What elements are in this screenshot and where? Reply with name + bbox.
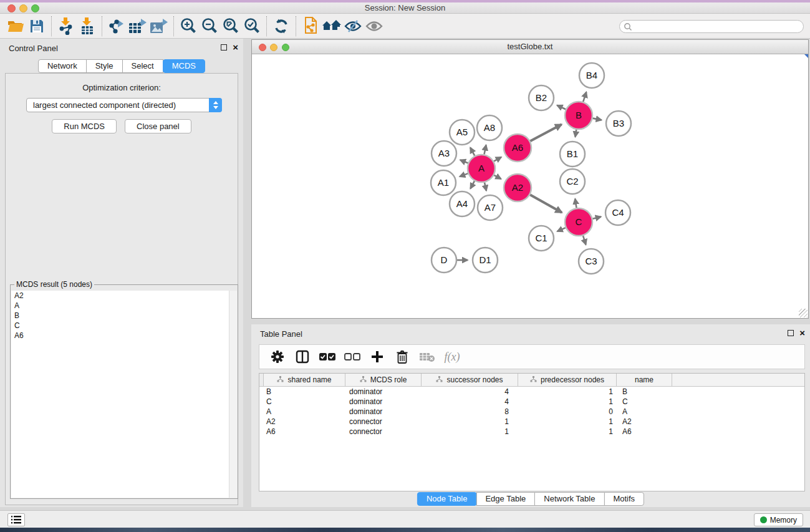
close-panel-button[interactable]: Close panel xyxy=(125,119,191,133)
edge-A-A8[interactable] xyxy=(485,145,486,155)
edge-B-B3[interactable] xyxy=(593,118,602,120)
edge-C-C4[interactable] xyxy=(592,217,600,219)
delete-column-button[interactable] xyxy=(394,349,410,365)
zoom-traffic-light[interactable] xyxy=(282,44,289,51)
resize-grip[interactable] xyxy=(799,309,808,317)
column-header-predecessor-nodes[interactable]: predecessor nodes xyxy=(518,374,617,386)
edge-A-A2[interactable] xyxy=(494,175,501,179)
column-type-icon xyxy=(530,375,537,384)
mcds-result-list[interactable]: A2ABCA6 xyxy=(11,291,237,498)
column-header-MCDS-role[interactable]: MCDS role xyxy=(345,374,422,386)
optimization-criterion-select[interactable]: largest connected component (directed) xyxy=(26,98,222,112)
edge-A-A5[interactable] xyxy=(470,148,475,156)
mcds-result-item[interactable]: A6 xyxy=(11,331,237,341)
mcds-result-item[interactable]: A2 xyxy=(11,291,237,301)
zoom-traffic-light[interactable] xyxy=(31,4,39,12)
function-builder-button[interactable]: f(x) xyxy=(444,349,460,365)
mcds-result-item[interactable]: B xyxy=(11,311,237,321)
tab-network[interactable]: Network xyxy=(38,59,87,73)
export-image-button[interactable] xyxy=(148,16,170,36)
save-session-button[interactable] xyxy=(26,16,47,36)
control-panel: Control Panel × NetworkStyleSelectMCDS O… xyxy=(0,39,243,507)
edge-A2-C[interactable] xyxy=(530,195,562,213)
eye-slash-button[interactable] xyxy=(342,16,364,36)
edge-B-B2[interactable] xyxy=(557,105,566,110)
tab-style[interactable]: Style xyxy=(86,59,123,73)
float-panel-icon[interactable] xyxy=(788,330,794,336)
table-cell: 1 xyxy=(518,387,617,397)
network-graph[interactable]: B4B2BB3A8A5A6A3B1AC2A1A2A4A7C4CC1DD1C3 xyxy=(252,54,808,318)
node-label-A8: A8 xyxy=(484,122,495,133)
zoom-fit-button[interactable] xyxy=(220,16,241,36)
column-header-name[interactable]: name xyxy=(617,374,672,386)
table-row[interactable]: A2connector11A2 xyxy=(259,417,804,427)
open-session-button[interactable] xyxy=(5,16,26,36)
edge-C-C3[interactable] xyxy=(583,236,586,244)
export-table-button[interactable] xyxy=(127,16,148,36)
import-table-button[interactable] xyxy=(77,16,98,36)
double-house-button[interactable] xyxy=(321,16,342,36)
zoom-out-button[interactable] xyxy=(199,16,220,36)
table-cell: A xyxy=(259,407,345,417)
add-column-button[interactable] xyxy=(369,349,385,365)
deselect-all-button[interactable] xyxy=(344,349,360,365)
table-cell: A2 xyxy=(617,417,672,427)
zoom-selected-button[interactable] xyxy=(241,16,263,36)
edge-A-A6[interactable] xyxy=(494,157,501,162)
mcds-result-item[interactable]: C xyxy=(11,321,237,331)
tab-motifs[interactable]: Motifs xyxy=(604,492,644,506)
table-cell: B xyxy=(617,387,672,397)
document-share-button[interactable] xyxy=(300,16,321,36)
column-header-successor-nodes[interactable]: successor nodes xyxy=(422,374,518,386)
tab-network-table[interactable]: Network Table xyxy=(534,492,604,506)
float-panel-icon[interactable] xyxy=(221,44,227,51)
edge-C-C1[interactable] xyxy=(557,228,566,231)
close-panel-icon[interactable]: × xyxy=(233,44,238,51)
scrollbar[interactable] xyxy=(229,291,237,498)
import-network-button[interactable] xyxy=(55,16,77,36)
column-header-shared-name[interactable]: shared name xyxy=(264,374,345,386)
network-canvas[interactable]: B4B2BB3A8A5A6A3B1AC2A1A2A4A7C4CC1DD1C3 xyxy=(252,54,808,318)
window-titlebar[interactable]: Session: New Session xyxy=(0,2,810,14)
window-focus-corner xyxy=(804,54,808,58)
table-cell: dominator xyxy=(345,397,422,407)
minimize-traffic-light[interactable] xyxy=(270,44,277,51)
split-columns-button[interactable] xyxy=(294,349,311,365)
edge-B-B1[interactable] xyxy=(576,130,577,137)
edge-C-C2[interactable] xyxy=(575,199,576,208)
edge-A-A7[interactable] xyxy=(485,183,486,191)
refresh-layout-button[interactable] xyxy=(271,16,292,36)
tab-mcds[interactable]: MCDS xyxy=(163,59,205,73)
run-mcds-button[interactable]: Run MCDS xyxy=(52,119,117,133)
memory-button[interactable]: Memory xyxy=(754,513,803,526)
node-label-C4: C4 xyxy=(612,207,624,218)
minimize-traffic-light[interactable] xyxy=(19,4,27,12)
delete-table-button[interactable] xyxy=(419,349,435,365)
close-traffic-light[interactable] xyxy=(7,4,16,12)
edge-A-A1[interactable] xyxy=(460,173,468,177)
table-row[interactable]: Cdominator41C xyxy=(259,397,804,407)
search-input[interactable] xyxy=(632,22,803,31)
tab-select[interactable]: Select xyxy=(122,59,163,73)
column-header-label: MCDS role xyxy=(370,375,407,384)
edge-A-A4[interactable] xyxy=(470,181,475,188)
mcds-result-item[interactable]: A xyxy=(11,301,237,311)
zoom-in-button[interactable] xyxy=(178,16,199,36)
edge-A-A3[interactable] xyxy=(460,160,468,163)
select-all-button[interactable] xyxy=(319,349,335,365)
task-history-button[interactable] xyxy=(7,513,25,526)
table-row[interactable]: Bdominator41B xyxy=(259,387,804,397)
node-table[interactable]: shared nameMCDS rolesuccessor nodesprede… xyxy=(259,373,805,491)
tab-node-table[interactable]: Node Table xyxy=(417,492,477,506)
eye-button[interactable] xyxy=(364,16,385,36)
close-panel-icon[interactable]: × xyxy=(799,330,805,336)
table-row[interactable]: A6connector11A6 xyxy=(259,427,804,437)
network-window-titlebar[interactable]: testGlobe.txt xyxy=(252,40,808,54)
table-settings-button[interactable] xyxy=(269,349,286,365)
edge-A6-B[interactable] xyxy=(530,125,561,142)
tab-edge-table[interactable]: Edge Table xyxy=(476,492,535,506)
table-row[interactable]: Adominator80A xyxy=(259,407,804,417)
export-network-button[interactable] xyxy=(106,16,127,36)
close-traffic-light[interactable] xyxy=(259,44,266,51)
edge-B-B4[interactable] xyxy=(583,92,586,102)
